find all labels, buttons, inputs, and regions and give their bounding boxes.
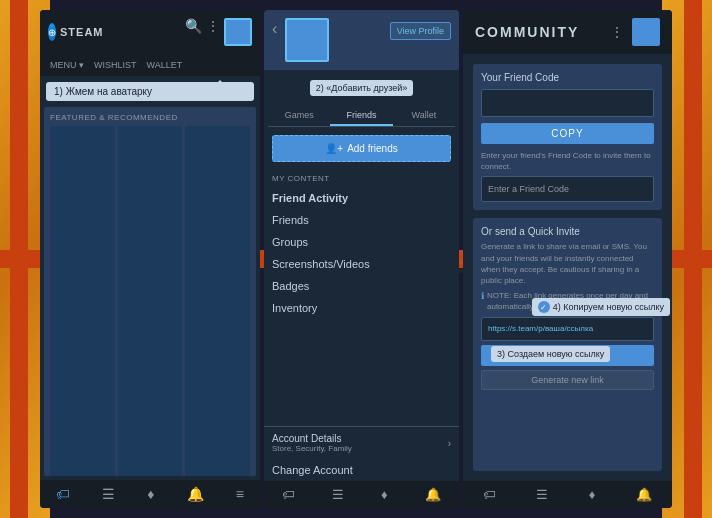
popup-avatar xyxy=(285,18,329,62)
nav-wallet[interactable]: WALLET xyxy=(143,58,187,72)
generate-link-container: Generate new link 3) Создаем новую ссылк… xyxy=(481,370,654,390)
main-container: ⊕ STEAM 🔍 ⋮ MENU ▾ WISHLIST WALLET 1) Жм… xyxy=(40,10,672,508)
menu-groups[interactable]: Groups xyxy=(264,231,459,253)
back-arrow-icon[interactable]: ‹ xyxy=(272,20,277,38)
menu-inventory[interactable]: Inventory xyxy=(264,297,459,319)
steam-header-icons: 🔍 ⋮ xyxy=(185,18,252,46)
community-header: COMMUNITY ⋮ xyxy=(463,10,672,54)
popup-bottom-nav: 🏷 ☰ ♦ 🔔 xyxy=(264,481,459,508)
copy-friend-code-button[interactable]: COPY xyxy=(481,123,654,144)
comm-tag-icon[interactable]: 🏷 xyxy=(483,487,496,502)
featured-item-3 xyxy=(185,126,250,476)
add-friends-icon: 👤+ xyxy=(325,143,343,154)
more-options-icon[interactable]: ⋮ xyxy=(206,18,220,46)
featured-label: FEATURED & RECOMMENDED xyxy=(44,107,256,126)
featured-items xyxy=(44,126,256,476)
avatar[interactable] xyxy=(224,18,252,46)
bottom-menu-icon[interactable]: ≡ xyxy=(236,486,244,502)
generate-new-link-button[interactable]: Generate new link xyxy=(481,370,654,390)
community-title: COMMUNITY xyxy=(475,24,579,40)
community-avatar[interactable] xyxy=(632,18,660,46)
search-icon[interactable]: 🔍 xyxy=(185,18,202,46)
popup-list-icon[interactable]: ☰ xyxy=(332,487,344,502)
tooltip-add-friends: 2) «Добавить друзей» xyxy=(310,80,414,96)
menu-screenshots-videos[interactable]: Screenshots/Videos xyxy=(264,253,459,275)
comm-shield-icon[interactable]: ♦ xyxy=(589,487,596,502)
tooltip-copy-link: ✓ 4) Копируем новую ссылку xyxy=(532,298,670,316)
my-content-label: MY CONTENT xyxy=(264,170,459,187)
tooltip-click-avatar: 1) Жмем на аватарку xyxy=(46,82,254,101)
bottom-list-icon[interactable]: ☰ xyxy=(102,486,115,502)
profile-popup: ‹ View Profile 2) «Добавить друзей» Game… xyxy=(264,10,459,508)
menu-friends[interactable]: Friends xyxy=(264,209,459,231)
menu-change-account[interactable]: Change Account xyxy=(264,459,459,481)
steam-header: ⊕ STEAM 🔍 ⋮ xyxy=(40,10,260,54)
account-arrow-icon: › xyxy=(448,438,451,449)
community-header-right: ⋮ xyxy=(610,18,660,46)
add-friends-button[interactable]: 👤+ Add friends xyxy=(272,135,451,162)
popup-tabs: Games Friends Wallet xyxy=(268,106,455,127)
bottom-shield-icon[interactable]: ♦ xyxy=(147,486,154,502)
friend-code-label: Your Friend Code xyxy=(481,72,654,83)
popup-bell-icon[interactable]: 🔔 xyxy=(425,487,441,502)
community-bottom-nav: 🏷 ☰ ♦ 🔔 xyxy=(463,481,672,508)
steam-logo: ⊕ STEAM xyxy=(48,23,98,41)
quick-invite-section: Or send a Quick Invite Generate a link t… xyxy=(473,218,662,471)
quick-invite-label: Or send a Quick Invite xyxy=(481,226,654,237)
friend-code-input[interactable] xyxy=(481,89,654,117)
featured-item-2 xyxy=(118,126,183,476)
popup-tag-icon[interactable]: 🏷 xyxy=(282,487,295,502)
steam-content: FEATURED & RECOMMENDED xyxy=(44,107,256,476)
tooltip-generate-link: 3) Создаем новую ссылку xyxy=(491,346,610,362)
menu-friend-activity[interactable]: Friend Activity xyxy=(264,187,459,209)
view-profile-button[interactable]: View Profile xyxy=(390,22,451,40)
menu-items: Friend Activity Friends Groups Screensho… xyxy=(264,187,459,426)
enter-friend-code-placeholder: Enter a Friend Code xyxy=(488,184,569,194)
popup-header: ‹ View Profile xyxy=(264,10,459,70)
tab-games[interactable]: Games xyxy=(268,106,330,126)
comm-list-icon[interactable]: ☰ xyxy=(536,487,548,502)
bottom-bell-icon[interactable]: 🔔 xyxy=(187,486,204,502)
enter-friend-code-input[interactable]: Enter a Friend Code xyxy=(481,176,654,202)
steam-panel: ⊕ STEAM 🔍 ⋮ MENU ▾ WISHLIST WALLET 1) Жм… xyxy=(40,10,260,508)
comm-bell-icon[interactable]: 🔔 xyxy=(636,487,652,502)
step4-check-icon: ✓ xyxy=(538,301,550,313)
community-panel: COMMUNITY ⋮ Your Friend Code COPY Enter … xyxy=(463,10,672,508)
account-details-title: Account Details xyxy=(272,433,352,444)
account-details-item[interactable]: Account Details Store, Security, Family … xyxy=(264,426,459,459)
friend-code-desc: Enter your friend's Friend Code to invit… xyxy=(481,150,654,172)
menu-badges[interactable]: Badges xyxy=(264,275,459,297)
invite-link-url: https://s.team/p/ваша/ссылка xyxy=(481,317,654,341)
nav-menu[interactable]: MENU ▾ xyxy=(46,58,88,72)
steam-logo-icon: ⊕ xyxy=(48,23,56,41)
note-icon: ℹ xyxy=(481,290,484,312)
tab-wallet[interactable]: Wallet xyxy=(393,106,455,126)
community-body: Your Friend Code COPY Enter your friend'… xyxy=(463,54,672,481)
steam-bottom-nav: 🏷 ☰ ♦ 🔔 ≡ xyxy=(40,480,260,508)
steam-logo-text: STEAM xyxy=(60,26,104,38)
steam-nav: MENU ▾ WISHLIST WALLET xyxy=(40,54,260,76)
friend-code-section: Your Friend Code COPY Enter your friend'… xyxy=(473,64,662,210)
account-details-sub: Store, Security, Family xyxy=(272,444,352,453)
tab-friends[interactable]: Friends xyxy=(330,106,392,126)
featured-item-1 xyxy=(50,126,115,476)
quick-invite-desc: Generate a link to share via email or SM… xyxy=(481,241,654,286)
bottom-tag-icon[interactable]: 🏷 xyxy=(56,486,70,502)
popup-heart-icon[interactable]: ♦ xyxy=(381,487,388,502)
community-more-icon[interactable]: ⋮ xyxy=(610,24,624,40)
nav-wishlist[interactable]: WISHLIST xyxy=(90,58,141,72)
